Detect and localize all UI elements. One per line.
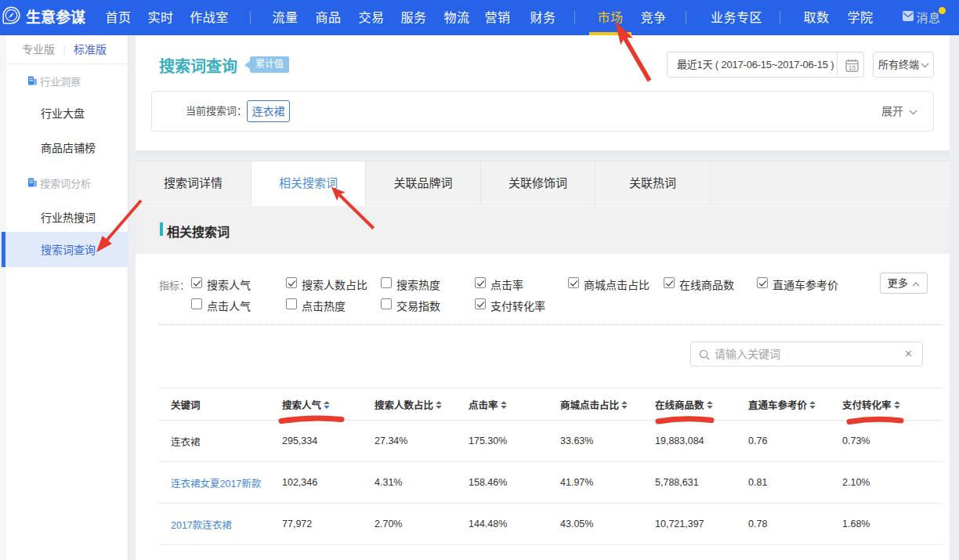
svg-text:15: 15 [849, 64, 856, 71]
